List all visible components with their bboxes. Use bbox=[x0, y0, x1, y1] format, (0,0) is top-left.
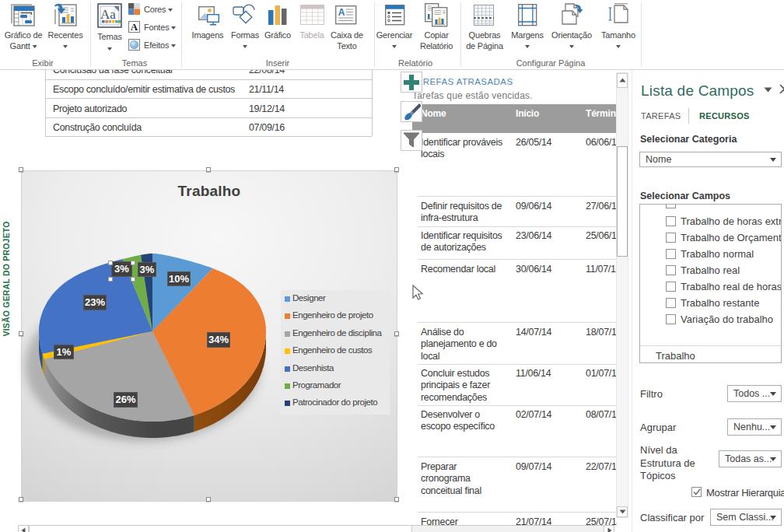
svg-text:A: A bbox=[338, 7, 345, 18]
svg-text:Aa: Aa bbox=[100, 7, 116, 22]
svg-text:A: A bbox=[131, 21, 138, 33]
